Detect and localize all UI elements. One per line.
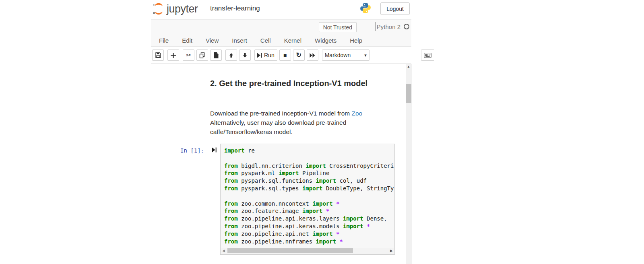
interrupt-kernel-button[interactable]: ■ <box>279 50 291 61</box>
scroll-up-icon[interactable]: ▲ <box>407 65 410 68</box>
logout-button[interactable]: Logout <box>380 2 410 15</box>
restart-kernel-button[interactable]: ↻ <box>293 50 305 61</box>
copy-icon <box>199 52 205 58</box>
code-line <box>224 155 394 162</box>
kernel-indicator-row: Not Trusted Python 2 <box>151 20 411 33</box>
cell-type-value: Markdown <box>325 52 351 58</box>
arrow-down-icon <box>242 53 248 58</box>
stop-icon: ■ <box>283 52 287 58</box>
menu-view[interactable]: View <box>206 37 219 44</box>
vertical-scrollbar-thumb[interactable] <box>406 84 411 103</box>
cut-cell-button[interactable]: ✂ <box>183 50 194 61</box>
jupyter-logo[interactable]: jupyter <box>152 2 198 15</box>
code-line: from zoo.pipeline.api.keras.models impor… <box>224 223 394 230</box>
run-button-label: Run <box>264 52 275 58</box>
move-cell-down-button[interactable] <box>239 50 251 61</box>
code-line <box>224 192 394 200</box>
cell-run-marker-icon <box>212 147 217 153</box>
step-forward-icon <box>257 53 262 58</box>
notebook-vertical-scrollbar: ▲ <box>406 64 412 264</box>
notebook-content: 2. Get the pre-trained Inception-V1 mode… <box>151 64 406 264</box>
keyboard-icon <box>424 53 431 58</box>
copy-cell-button[interactable] <box>196 50 208 61</box>
cell-type-select[interactable]: Markdown ▾ <box>322 50 369 61</box>
horizontal-scrollbar-thumb[interactable] <box>227 248 353 253</box>
chevron-down-icon: ▾ <box>364 53 367 58</box>
code-line: from zoo.pipeline.api.net import * <box>224 230 394 238</box>
code-horizontal-scrollbar: ◀ ▶ <box>221 248 394 254</box>
code-line: from zoo.pipeline.api.keras.layers impor… <box>224 215 394 223</box>
kernel-idle-icon <box>404 24 409 29</box>
code-line: from zoo.common.nncontext import * <box>224 200 394 208</box>
run-cell-button[interactable]: Run <box>254 50 277 61</box>
restart-run-all-button[interactable] <box>307 50 318 61</box>
paragraph-text-2: Alternatively, user may also download pr… <box>210 118 370 136</box>
menubar-area: Not Trusted Python 2 File Edit View Inse… <box>151 19 411 47</box>
trust-status-button[interactable]: Not Trusted <box>319 22 357 32</box>
arrow-up-icon <box>229 53 234 58</box>
code-cell[interactable]: import re from bigdl.nn.criterion import… <box>220 144 395 255</box>
paste-icon <box>213 52 219 58</box>
code-line: from bigdl.nn.criterion import CrossEntr… <box>224 162 394 170</box>
menu-file[interactable]: File <box>159 37 169 44</box>
code-line: from pyspark.sql.types import DoubleType… <box>224 185 394 192</box>
move-cell-up-button[interactable] <box>225 50 237 61</box>
jupyter-logo-icon <box>152 2 165 15</box>
code-line: import re <box>224 147 394 155</box>
header: jupyter transfer-learning Logout <box>151 0 411 19</box>
paste-cell-button[interactable] <box>210 50 222 61</box>
code-line: from zoo.pipeline.nnframes import * <box>224 238 394 245</box>
code-editor[interactable]: import re from bigdl.nn.criterion import… <box>224 147 394 247</box>
toolbar: ✂ <box>151 47 411 64</box>
input-prompt: In [1]: <box>180 147 204 154</box>
code-line: from pyspark.ml import Pipeline <box>224 169 394 177</box>
menu-help[interactable]: Help <box>350 37 362 44</box>
code-line: from pyspark.sql.functions import col, u… <box>224 177 394 185</box>
menu-kernel[interactable]: Kernel <box>284 37 301 44</box>
menu-cell[interactable]: Cell <box>260 37 271 44</box>
code-line: from zoo.feature.image import * <box>224 207 394 215</box>
python-logo-icon <box>359 2 372 14</box>
markdown-heading: 2. Get the pre-trained Inception-V1 mode… <box>210 79 379 88</box>
fast-forward-icon <box>310 53 315 58</box>
menu-widgets[interactable]: Widgets <box>315 37 336 44</box>
save-icon <box>155 52 161 58</box>
paragraph-text: Download the pre-trained Inception-V1 mo… <box>210 110 352 117</box>
menu-edit[interactable]: Edit <box>182 37 192 44</box>
zoo-link[interactable]: Zoo <box>352 110 363 117</box>
plus-icon <box>171 53 176 58</box>
markdown-paragraph: Download the pre-trained Inception-V1 mo… <box>210 109 370 136</box>
restart-icon: ↻ <box>296 52 301 58</box>
menu-bar: File Edit View Insert Cell Kernel Widget… <box>159 34 411 46</box>
save-button[interactable] <box>152 50 164 61</box>
command-palette-button[interactable] <box>421 50 434 61</box>
jupyter-app: jupyter transfer-learning Logout Not Tru… <box>151 0 411 264</box>
jupyter-logo-text: jupyter <box>167 3 198 15</box>
kernel-name-label: Python 2 <box>377 23 400 30</box>
notebook-title[interactable]: transfer-learning <box>210 4 260 12</box>
menu-insert[interactable]: Insert <box>232 37 247 44</box>
scroll-left-icon[interactable]: ◀ <box>222 249 225 253</box>
scissors-icon: ✂ <box>186 52 191 58</box>
scroll-right-icon[interactable]: ▶ <box>390 249 393 253</box>
add-cell-button[interactable] <box>167 50 179 61</box>
kernel-divider <box>375 22 376 31</box>
